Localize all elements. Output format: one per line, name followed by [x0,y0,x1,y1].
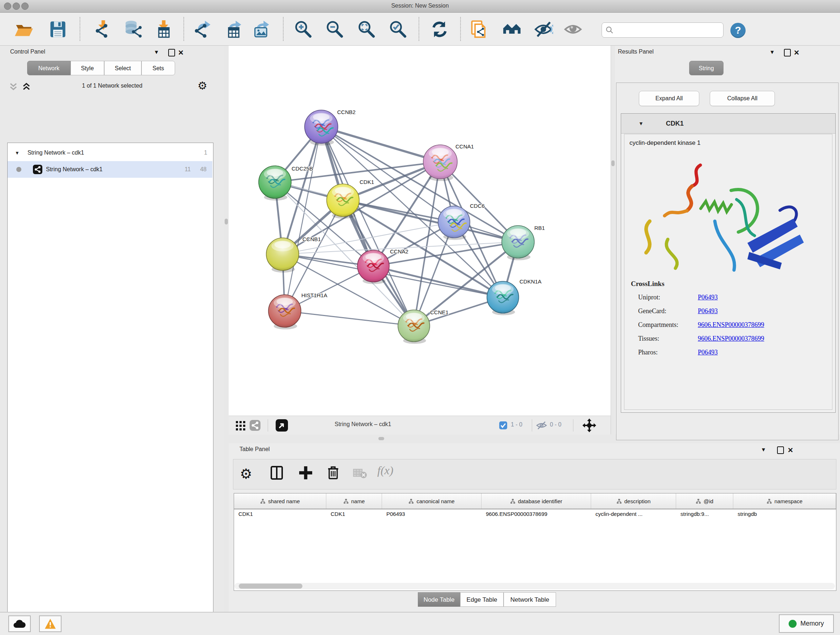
float-panel-icon[interactable]: ▼ [761,447,766,453]
refresh-icon[interactable] [430,20,449,39]
save-session-icon[interactable] [49,20,67,39]
table-cell[interactable]: stringdb [733,509,836,521]
zoom-fit-icon[interactable] [357,20,376,39]
import-table-icon[interactable] [154,20,173,39]
column-header-canonical-name[interactable]: canonical name [382,494,482,509]
cdk1-section-header[interactable]: ▼ CDK1 [621,114,835,134]
float-panel-icon[interactable]: ▼ [769,49,775,55]
column-header-description[interactable]: description [591,494,676,509]
import-network-icon[interactable] [94,20,112,39]
edge-CCNB2-HIST1H1A[interactable] [285,127,321,311]
column-header-namespace[interactable]: namespace [733,494,836,509]
close-panel-icon[interactable]: ✕ [788,446,793,454]
column-header-shared-name[interactable]: shared name [234,494,326,509]
grid-view-icon[interactable] [236,421,245,432]
node-CCNA1[interactable] [423,145,457,181]
zoom-selected-icon[interactable] [388,20,407,39]
network-canvas[interactable]: CCNB2CCNA1CDC25BCDK1CDC6RB1CCNB1CCNA2CDK… [229,46,611,416]
node-CDC6[interactable] [438,206,470,240]
right-splitter-handle[interactable] [611,160,615,166]
node-CDKN1A[interactable] [487,281,519,315]
minimize-panel-icon[interactable] [168,49,175,57]
delete-table-icon[interactable] [352,465,371,484]
column-header-database-identifier[interactable]: database identifier [482,494,591,509]
collapse-all-button[interactable]: Collapse All [710,91,775,106]
horizontal-scrollbar[interactable] [234,583,835,589]
minimize-panel-icon[interactable] [784,49,791,57]
function-builder-icon[interactable]: f(x) [377,464,393,477]
clone-network-icon[interactable] [470,20,489,39]
close-panel-icon[interactable]: ✕ [794,49,799,57]
collection-expand-icon[interactable]: ▼ [15,150,19,156]
close-panel-icon[interactable]: ✕ [178,49,184,57]
crosslink-link[interactable]: 9606.ENSP00000378699 [698,321,764,329]
crosslink-link[interactable]: 9606.ENSP00000378699 [698,335,764,342]
show-columns-icon[interactable] [269,465,287,484]
node-RB1[interactable] [502,226,534,260]
table-cell[interactable]: P06493 [382,509,482,521]
export-image-icon[interactable] [252,20,271,39]
fit-selected-crosshair-icon[interactable] [583,418,596,434]
crosslink-link[interactable]: P06493 [698,294,718,301]
column-header-name[interactable]: name [326,494,382,509]
search-input[interactable] [616,27,720,34]
table-cell[interactable]: cyclin-dependent ... [591,509,676,521]
selected-checkbox-icon[interactable] [499,421,507,431]
warnings-button[interactable] [39,616,62,632]
tab-network[interactable]: Network [27,61,71,75]
birdseye-view-icon[interactable] [276,419,288,433]
crosslink-link[interactable]: P06493 [698,348,718,356]
minimize-panel-icon[interactable] [777,447,784,454]
create-column-icon[interactable] [298,465,317,484]
network-collection-row[interactable]: ▼ String Network – cdk1 1 [8,144,212,161]
help-button[interactable]: ? [730,23,745,38]
memory-button[interactable]: Memory [779,614,834,633]
network-options-gear-icon[interactable]: ⚙ [197,80,207,91]
open-session-icon[interactable] [14,20,33,39]
collapse-all-tree-icon[interactable] [9,81,18,93]
export-table-icon[interactable] [224,20,243,39]
search-field[interactable] [602,22,723,38]
node-CCNE1[interactable] [398,310,430,344]
column-header-at-id[interactable]: @id [676,494,733,509]
bottom-splitter-handle[interactable] [378,437,384,440]
section-collapse-icon[interactable]: ▼ [638,120,644,126]
node-table[interactable]: shared namenamecanonical namedatabase id… [234,493,836,591]
node-HIST1H1A[interactable] [268,295,301,329]
tab-edge-table[interactable]: Edge Table [460,592,504,607]
expand-all-button[interactable]: Expand All [639,91,699,106]
node-CDC25B[interactable] [259,166,291,201]
edge-CCNA1-CCNE1[interactable] [414,162,440,326]
edge-CCNB1-CDKN1A[interactable] [283,254,503,297]
node-CCNA2[interactable] [357,250,389,284]
tab-sets[interactable]: Sets [141,61,175,75]
cloud-button[interactable] [8,616,31,632]
expand-all-tree-icon[interactable] [22,81,31,93]
import-network-database-icon[interactable] [125,20,143,39]
tab-network-table[interactable]: Network Table [504,592,556,607]
zoom-out-icon[interactable] [325,20,344,39]
table-cell[interactable]: 9606.ENSP00000378699 [482,509,591,521]
left-splitter-handle[interactable] [225,219,228,225]
tab-select[interactable]: Select [104,61,141,75]
home-icon[interactable] [502,20,521,39]
table-row[interactable]: CDK1CDK1P064939606.ENSP00000378699cyclin… [234,509,836,521]
export-network-icon[interactable] [193,20,212,39]
node-CCNB1[interactable] [266,238,299,272]
tab-node-table[interactable]: Node Table [418,592,460,607]
edge-CCNB2-RB1[interactable] [321,127,518,242]
zoom-in-icon[interactable] [294,20,313,39]
delete-column-icon[interactable] [325,465,344,484]
table-cell[interactable]: CDK1 [234,509,326,521]
table-cell[interactable]: stringdb:9... [676,509,733,521]
horizontal-scrollbar-thumb[interactable] [239,584,302,589]
tab-style[interactable]: Style [71,61,104,75]
table-settings-gear-icon[interactable]: ⚙ [240,465,259,484]
network-style-icon[interactable] [249,420,261,432]
tab-string[interactable]: String [689,61,723,75]
table-cell[interactable]: CDK1 [326,509,382,521]
float-panel-icon[interactable]: ▼ [154,49,159,55]
network-row-selected[interactable]: String Network – cdk1 11 48 [8,161,212,178]
show-all-icon[interactable] [564,20,583,39]
crosslink-link[interactable]: P06493 [698,307,718,315]
